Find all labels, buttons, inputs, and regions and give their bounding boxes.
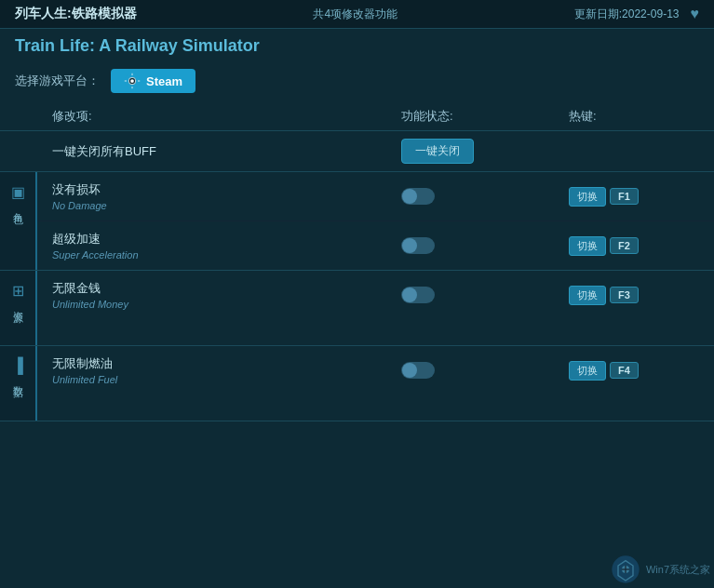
- mod-name-cn: 无限金钱: [52, 280, 401, 297]
- mod-name-en: Unlimited Fuel: [52, 374, 401, 385]
- toggle-switch[interactable]: [401, 287, 435, 303]
- category-items-character: 没有损坏No Damage切换F1超级加速Super Acceleration切…: [37, 172, 714, 270]
- watermark: Win7系统之家: [611, 555, 710, 584]
- onekey-close-button[interactable]: 一键关闭: [401, 139, 474, 164]
- category-icon-data: ▐: [12, 357, 22, 374]
- toggle-switch[interactable]: [401, 362, 435, 379]
- category-items-data: 无限制燃油Unlimited Fuel切换F4: [37, 346, 714, 421]
- category-name-resources: 资源: [11, 303, 25, 307]
- mod-hotkey-area: 切换F4: [569, 361, 699, 381]
- mod-name-cn: 无限制燃油: [52, 355, 401, 372]
- col-status-header: 功能状态:: [401, 108, 569, 125]
- platform-label: 选择游戏平台：: [15, 73, 100, 89]
- platform-section: 选择游戏平台： Steam: [0, 61, 714, 100]
- hotkey-toggle-button[interactable]: 切换: [569, 286, 606, 305]
- steam-button[interactable]: Steam: [111, 69, 195, 93]
- hotkey-toggle-button[interactable]: 切换: [569, 361, 606, 381]
- category-section-character: ▣角色没有损坏No Damage切换F1超级加速Super Accelerati…: [0, 172, 714, 271]
- onekey-name: 一键关闭所有BUFF: [52, 143, 401, 160]
- mod-hotkey-area: 切换F3: [569, 286, 699, 305]
- toggle-knob: [402, 189, 417, 204]
- mod-info: 无限制燃油Unlimited Fuel: [52, 355, 401, 385]
- mod-info: 超级加速Super Acceleration: [52, 231, 401, 261]
- mod-name-cn: 超级加速: [52, 231, 401, 247]
- hotkey-key: F1: [610, 188, 639, 205]
- columns-header: 修改项: 功能状态: 热键:: [0, 100, 714, 131]
- category-sidebar-character: ▣角色: [0, 172, 37, 270]
- mod-hotkey-area: 切换F1: [569, 187, 699, 207]
- mod-name-en: Unlimited Money: [52, 299, 401, 310]
- mod-toggle-area: [401, 362, 569, 379]
- mod-row: 无限金钱Unlimited Money切换F3: [37, 271, 714, 319]
- category-items-resources: 无限金钱Unlimited Money切换F3: [37, 271, 714, 345]
- svg-point-2: [130, 79, 134, 83]
- category-icon-character: ▣: [11, 183, 25, 201]
- category-section-data: ▐数据无限制燃油Unlimited Fuel切换F4: [0, 346, 714, 421]
- game-title-section: Train Life: A Railway Simulator: [0, 29, 714, 61]
- hotkey-toggle-button[interactable]: 切换: [569, 187, 606, 207]
- steam-logo-icon: [124, 73, 141, 89]
- category-icon-resources: ⊞: [12, 282, 24, 300]
- mod-toggle-area: [401, 188, 569, 205]
- mod-count: 共4项修改器功能: [313, 7, 397, 22]
- hotkey-key: F3: [610, 287, 639, 303]
- col-mod-header: 修改项:: [52, 108, 401, 125]
- top-bar-right: 更新日期:2022-09-13 ♥: [574, 6, 699, 22]
- mod-name-cn: 没有损坏: [52, 181, 401, 198]
- mod-row: 超级加速Super Acceleration切换F2: [37, 221, 714, 270]
- hotkey-toggle-button[interactable]: 切换: [569, 236, 606, 256]
- hotkey-key: F2: [610, 237, 639, 254]
- categories-container: ▣角色没有损坏No Damage切换F1超级加速Super Accelerati…: [0, 172, 714, 421]
- toggle-knob: [402, 287, 417, 302]
- heart-icon[interactable]: ♥: [690, 6, 699, 22]
- mod-info: 无限金钱Unlimited Money: [52, 280, 401, 310]
- top-bar: 列车人生:铁路模拟器 共4项修改器功能 更新日期:2022-09-13 ♥: [0, 0, 714, 29]
- col-hotkey-header: 热键:: [569, 108, 699, 125]
- mod-hotkey-area: 切换F2: [569, 236, 699, 256]
- toggle-switch[interactable]: [401, 237, 435, 254]
- onekey-row: 一键关闭所有BUFF 一键关闭: [0, 131, 714, 172]
- mod-name-en: No Damage: [52, 200, 401, 211]
- onekey-btn-area: 一键关闭: [401, 139, 569, 164]
- category-sidebar-data: ▐数据: [0, 346, 37, 421]
- top-title-cn: 列车人生:铁路模拟器: [15, 6, 137, 22]
- toggle-switch[interactable]: [401, 188, 435, 205]
- watermark-text: Win7系统之家: [646, 563, 710, 577]
- mod-toggle-area: [401, 287, 569, 303]
- toggle-knob: [402, 363, 417, 378]
- game-title-en: Train Life: A Railway Simulator: [15, 36, 699, 56]
- mod-row: 没有损坏No Damage切换F1: [37, 172, 714, 221]
- category-name-character: 角色: [11, 205, 25, 208]
- mod-row: 无限制燃油Unlimited Fuel切换F4: [37, 346, 714, 394]
- category-name-data: 数据: [11, 378, 25, 381]
- category-sidebar-resources: ⊞资源: [0, 271, 37, 345]
- steam-label: Steam: [146, 74, 182, 88]
- hotkey-key: F4: [610, 362, 639, 379]
- mod-name-en: Super Acceleration: [52, 249, 401, 261]
- toggle-knob: [402, 238, 417, 253]
- watermark-logo-icon: [611, 555, 640, 584]
- mod-toggle-area: [401, 237, 569, 254]
- update-date: 更新日期:2022-09-13: [574, 7, 680, 22]
- mod-info: 没有损坏No Damage: [52, 181, 401, 211]
- category-section-resources: ⊞资源无限金钱Unlimited Money切换F3: [0, 271, 714, 346]
